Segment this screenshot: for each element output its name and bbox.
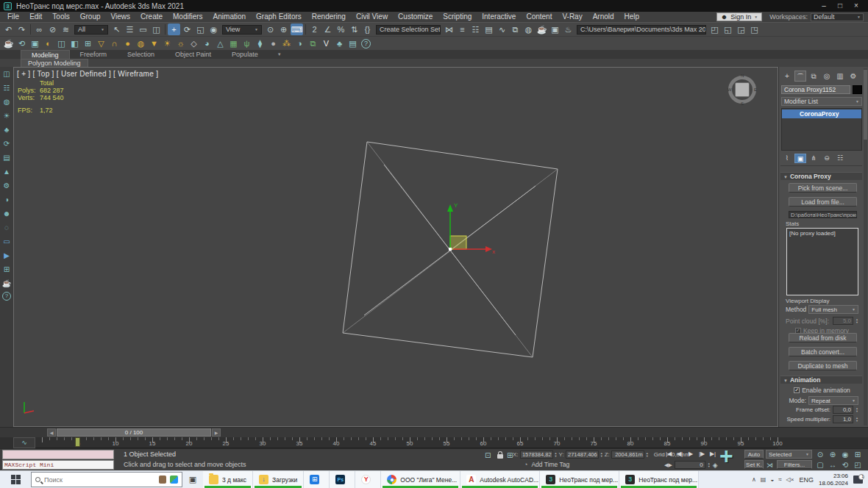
- ribbon-tab[interactable]: Object Paint: [165, 50, 221, 59]
- task-view-button[interactable]: ▣: [182, 471, 203, 488]
- modify-tab[interactable]: ⌒: [794, 71, 806, 82]
- vray-icon[interactable]: V: [320, 37, 332, 49]
- video-camera-icon[interactable]: ◧: [68, 37, 81, 49]
- tray-icon[interactable]: ∧: [752, 476, 756, 483]
- select-and-move-icon[interactable]: +: [168, 24, 180, 35]
- y-coordinate-field[interactable]: 271487,406: [566, 451, 599, 459]
- menu-item[interactable]: Create: [135, 12, 168, 21]
- select-and-rotate-icon[interactable]: ⟳: [181, 24, 193, 35]
- zoom-extents-icon[interactable]: ◉: [840, 451, 850, 459]
- camera-icon[interactable]: ◫: [1, 68, 13, 80]
- corona-proxy-rollout-header[interactable]: ▼Corona Proxy: [780, 172, 862, 180]
- spinner-icon[interactable]: ▲▼: [855, 407, 858, 413]
- batch-convert-button[interactable]: Batch convert...: [789, 347, 857, 356]
- menu-item[interactable]: Views: [106, 12, 136, 21]
- spinner-icon[interactable]: ▲▼: [855, 318, 858, 324]
- sphere-light-icon[interactable]: ◍: [135, 37, 147, 49]
- tray-icon[interactable]: ▤: [761, 476, 766, 483]
- play-panel-icon[interactable]: ▶: [1, 250, 13, 262]
- tray-icon[interactable]: ◒: [770, 476, 774, 483]
- menu-item[interactable]: Modifiers: [168, 12, 208, 21]
- rendered-frame-icon[interactable]: ▣: [549, 24, 561, 35]
- ribbon-tab[interactable]: Populate: [221, 50, 268, 59]
- sky-light-icon[interactable]: ☼: [174, 37, 187, 49]
- close-button[interactable]: ×: [848, 0, 864, 12]
- speed-multiplier-field[interactable]: 1,0: [833, 415, 853, 423]
- timeline-ruler[interactable]: 5101520253035404550556065707580859095100: [35, 437, 778, 448]
- selection-lock-icon[interactable]: [497, 454, 503, 459]
- pick-from-scene-button[interactable]: Pick from scene...: [789, 183, 857, 193]
- menu-item[interactable]: Group: [75, 12, 106, 21]
- taskbar-app[interactable]: НеоТранс под мер...: [619, 471, 699, 488]
- cone-light-icon[interactable]: ▼: [148, 37, 160, 49]
- undo-icon[interactable]: ↶: [2, 24, 15, 35]
- menu-item[interactable]: Edit: [24, 12, 47, 21]
- material-editor-icon[interactable]: ◍: [522, 24, 535, 35]
- maximize-button[interactable]: □: [832, 0, 848, 12]
- select-and-scale-icon[interactable]: ◱: [194, 24, 207, 35]
- playback-button[interactable]: ▶: [686, 451, 695, 457]
- method-select[interactable]: Full mesh▼: [808, 305, 858, 314]
- taskbar-app[interactable]: [330, 471, 355, 488]
- spinner-icon[interactable]: ▲▼: [855, 417, 858, 423]
- pattern-grid-icon[interactable]: ▦: [227, 37, 240, 49]
- maxscript-mini-listener-pink[interactable]: [2, 450, 114, 459]
- menu-item[interactable]: Customize: [393, 12, 438, 21]
- ribbon-toggle-icon[interactable]: ▤: [483, 24, 495, 35]
- menu-item[interactable]: Tools: [47, 12, 74, 21]
- menu-item[interactable]: Interactive: [477, 12, 521, 21]
- menu-item[interactable]: Civil View: [351, 12, 393, 21]
- playback-button[interactable]: ◀|: [675, 451, 684, 457]
- language-indicator[interactable]: ENG: [799, 476, 814, 484]
- utilities-tab[interactable]: ⚙: [847, 71, 859, 82]
- mini-curve-toggle[interactable]: ∿: [13, 437, 35, 448]
- search-map-icon[interactable]: [170, 476, 178, 484]
- minimize-button[interactable]: –: [816, 0, 832, 12]
- reload-from-disk-button[interactable]: Reload from disk: [789, 333, 857, 342]
- object-name-field[interactable]: Corona Proxy1152: [781, 85, 850, 94]
- disc-light-icon[interactable]: ●: [121, 37, 134, 49]
- schematic-view-icon[interactable]: ⧉: [509, 24, 522, 35]
- grass-icon[interactable]: ψ: [241, 37, 253, 49]
- search-highlight-icon[interactable]: [159, 476, 166, 484]
- polygon-modeling-tab[interactable]: Polygon Modeling: [21, 59, 88, 67]
- maximize-viewport-icon[interactable]: ◰: [853, 461, 863, 469]
- redo-icon[interactable]: ↷: [15, 24, 28, 35]
- zoom-all-icon[interactable]: ⊕: [828, 451, 838, 459]
- select-and-link-icon[interactable]: ∞: [33, 24, 46, 35]
- key-mode-toggle-icon[interactable]: ◈: [713, 462, 718, 469]
- layer-explorer-icon[interactable]: ☷: [469, 24, 482, 35]
- sun-light-icon[interactable]: ☀: [161, 37, 174, 49]
- playback-button[interactable]: |▶: [697, 451, 706, 457]
- menu-item[interactable]: Content: [521, 12, 557, 21]
- stack-item-coronaproxy[interactable]: CoronaProxy: [782, 110, 861, 118]
- duplicate-to-mesh-button[interactable]: Duplicate to mesh: [789, 361, 857, 370]
- time-slider[interactable]: 0 / 100: [57, 428, 211, 437]
- ribbon-tab[interactable]: Modeling: [21, 50, 70, 59]
- load-from-file-button[interactable]: Load from file...: [789, 197, 857, 207]
- palette-icon[interactable]: ◑: [294, 37, 306, 49]
- create-selection-set-select[interactable]: Create Selection Set▼: [376, 25, 441, 35]
- menu-item[interactable]: V-Ray: [557, 12, 587, 21]
- pie-chart-icon[interactable]: ◕: [201, 37, 213, 49]
- scrollbar-thumb[interactable]: [864, 70, 867, 140]
- taskbar-search[interactable]: [31, 472, 182, 487]
- bulb-off-icon[interactable]: ◌: [1, 222, 13, 234]
- select-by-name-icon[interactable]: ☰: [124, 24, 136, 35]
- tree-icon[interactable]: ♣: [1, 124, 13, 136]
- orbit-icon[interactable]: ⟲: [840, 461, 850, 469]
- sun-icon[interactable]: ☀: [1, 110, 13, 122]
- select-and-manipulate-icon[interactable]: ⊕: [277, 24, 290, 35]
- menu-item[interactable]: Graph Editors: [251, 12, 307, 21]
- modifier-list-select[interactable]: Modifier List ▼: [781, 97, 862, 106]
- reference-coordinate-select[interactable]: View▼: [222, 25, 262, 35]
- render-production-icon[interactable]: ♨: [562, 24, 574, 35]
- bind-to-space-warp-icon[interactable]: ≋: [60, 24, 72, 35]
- make-unique-icon[interactable]: ⋔: [808, 154, 819, 163]
- dome-light-icon[interactable]: ∩: [108, 37, 121, 49]
- refresh-icon[interactable]: ⟳: [1, 138, 13, 150]
- project-folder-icon[interactable]: ◰: [708, 24, 721, 35]
- view-cube-face[interactable]: [735, 82, 750, 97]
- projector-icon[interactable]: ◫: [55, 37, 68, 49]
- ribbon-config-icon[interactable]: ▼: [277, 50, 282, 59]
